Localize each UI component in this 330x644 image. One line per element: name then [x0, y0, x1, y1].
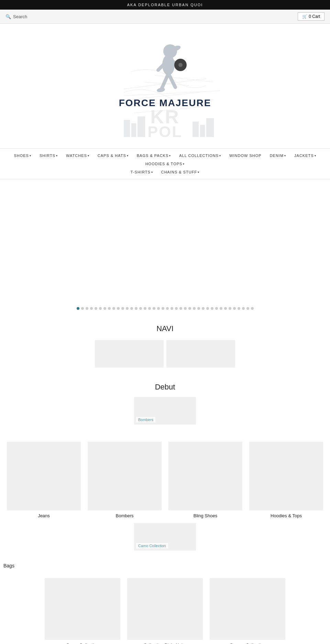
product-card-bling-shoes[interactable]: Bling Shoes [165, 438, 246, 523]
slider-dot-17[interactable] [153, 307, 155, 310]
slider-dot-26[interactable] [193, 307, 196, 310]
svg-rect-17 [124, 120, 130, 137]
slider-dot-11[interactable] [126, 307, 129, 310]
navi-card-2[interactable] [166, 340, 235, 368]
nav-item-shoes[interactable]: SHOES▾ [10, 151, 35, 160]
product-image [168, 442, 242, 510]
slider-dot-20[interactable] [166, 307, 169, 310]
slider-dot-32[interactable] [220, 307, 222, 310]
slider-dot-27[interactable] [197, 307, 200, 310]
product-label: Bombers [116, 510, 133, 520]
slider-dot-0[interactable] [77, 307, 79, 310]
product-label: Bling Shoes [194, 510, 217, 520]
navi-title: NAVI [0, 317, 330, 339]
slider-dot-16[interactable] [148, 307, 151, 310]
slider-dot-36[interactable] [238, 307, 240, 310]
nav-arrow: ▾ [151, 171, 153, 174]
svg-rect-21 [200, 125, 205, 137]
nav-item-jackets[interactable]: JACKETS▾ [290, 151, 320, 160]
products-row-1: Jeans Bombers Bling Shoes Hoodies & Tops [0, 438, 330, 523]
slider-dot-22[interactable] [175, 307, 178, 310]
slider-dot-25[interactable] [188, 307, 191, 310]
camo-main-image: Camo Collection [134, 523, 196, 551]
slider-dot-31[interactable] [215, 307, 218, 310]
nav-arrow: ▾ [219, 154, 221, 157]
slider-dot-19[interactable] [162, 307, 164, 310]
nav-arrow: ▾ [56, 154, 58, 157]
bags-label: Bags [0, 557, 330, 571]
slider-dot-35[interactable] [233, 307, 236, 310]
slider-dot-30[interactable] [211, 307, 213, 310]
bottom-card-camo-collection[interactable]: Camo Collection [41, 575, 124, 644]
product-card-hoodies-&-tops[interactable]: Hoodies & Tops [246, 438, 327, 523]
svg-point-14 [156, 87, 165, 93]
product-image [7, 442, 81, 510]
logo-area: FORCE MAJEURE KR POL [0, 24, 330, 148]
slider-dot-29[interactable] [206, 307, 209, 310]
slider-dot-34[interactable] [229, 307, 231, 310]
bottom-label: Camo Collection [66, 640, 99, 644]
slider-dot-7[interactable] [108, 307, 111, 310]
slider-dot-2[interactable] [86, 307, 88, 310]
svg-line-12 [162, 74, 168, 89]
nav-row-2: T-SHIRTS▾CHAINS & STUFF▾ [0, 168, 330, 176]
slider-dot-12[interactable] [130, 307, 133, 310]
nav-arrow: ▾ [284, 154, 286, 157]
svg-rect-20 [192, 122, 199, 137]
product-card-jeans[interactable]: Jeans [3, 438, 84, 523]
nav-item-shirts[interactable]: SHIRTS▾ [35, 151, 62, 160]
camo-section: Camo Collection [0, 523, 330, 557]
nav-item-tshirts[interactable]: T-SHIRTS▾ [126, 168, 157, 176]
slider-dot-23[interactable] [179, 307, 182, 310]
top-bar-text: AKA DEPLORABLE URBAN quoi [127, 3, 203, 7]
nav-item-denim[interactable]: DENIM▾ [266, 151, 290, 160]
slider-dot-38[interactable] [246, 307, 249, 310]
nav-item-allcollections[interactable]: ALL COLLECTIONS▾ [175, 151, 225, 160]
navi-items [0, 339, 330, 369]
search-area[interactable]: 🔍 Search [6, 14, 27, 19]
cart-icon: 🛒 [302, 14, 307, 19]
slider-dot-8[interactable] [112, 307, 115, 310]
nav-arrow: ▾ [30, 154, 31, 157]
slider-dot-15[interactable] [144, 307, 146, 310]
slider-dot-3[interactable] [90, 307, 93, 310]
debut-image: Bombers [134, 397, 196, 425]
nav-item-chainsstuff[interactable]: CHAINS & STUFF▾ [157, 168, 204, 176]
header: 🔍 Search 🛒 0 Cart [0, 10, 330, 24]
debut-label-overlay: Bombers [136, 417, 155, 422]
nav-item-capshats[interactable]: CAPS & HATS▾ [94, 151, 133, 160]
bottom-image [45, 578, 120, 640]
nav-arrow: ▾ [183, 162, 185, 166]
slider-dot-9[interactable] [117, 307, 120, 310]
slider-dot-18[interactable] [157, 307, 160, 310]
product-card-bombers[interactable]: Bombers [84, 438, 165, 523]
cart-button[interactable]: 🛒 0 Cart [298, 12, 324, 21]
slider-dot-33[interactable] [224, 307, 227, 310]
slider-dot-24[interactable] [184, 307, 187, 310]
camo-label-overlay: Camo Collection [136, 543, 168, 549]
navi-card-1[interactable] [95, 340, 164, 368]
hero-slider[interactable] [0, 179, 330, 303]
slider-dot-39[interactable] [251, 307, 254, 310]
main-nav: SHOES▾SHIRTS▾WATCHES▾CAPS & HATS▾BAGS & … [0, 148, 330, 179]
nav-arrow: ▾ [315, 154, 316, 157]
nav-item-hoodiestops[interactable]: HOODIES & TOPS▾ [141, 160, 189, 168]
slider-dot-14[interactable] [139, 307, 142, 310]
slider-dot-1[interactable] [81, 307, 84, 310]
logo-graphic: FORCE MAJEURE KR POL [103, 37, 227, 140]
bottom-card-collection-pluie-noire[interactable]: Collection Pluie Noire [124, 575, 206, 644]
slider-dot-37[interactable] [242, 307, 245, 310]
slider-dot-4[interactable] [95, 307, 97, 310]
slider-dot-13[interactable] [135, 307, 138, 310]
bottom-card-grunge-collection[interactable]: Grunge Collection [206, 575, 289, 644]
nav-item-windowshop[interactable]: WINDOW SHOP [225, 151, 266, 160]
svg-text:POL: POL [147, 123, 183, 140]
slider-dot-5[interactable] [99, 307, 102, 310]
bottom-label: Collection Pluie Noire [144, 640, 186, 644]
slider-dot-28[interactable] [202, 307, 205, 310]
nav-item-bagspacks[interactable]: BAGS & PACKS▾ [133, 151, 175, 160]
slider-dot-6[interactable] [103, 307, 106, 310]
slider-dot-10[interactable] [121, 307, 124, 310]
slider-dot-21[interactable] [170, 307, 173, 310]
nav-item-watches[interactable]: WATCHES▾ [62, 151, 94, 160]
